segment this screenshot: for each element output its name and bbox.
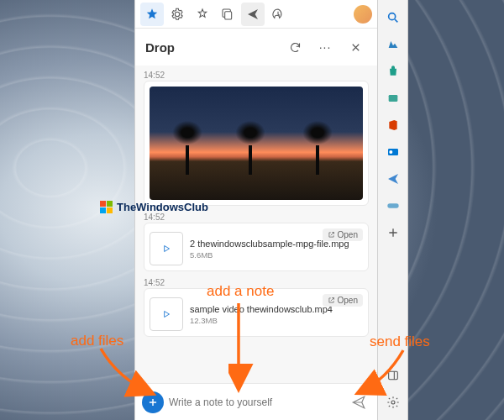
more-button[interactable]: ··· <box>313 35 337 59</box>
add-sidebar-icon[interactable] <box>384 223 402 242</box>
timestamp: 14:52 <box>144 276 369 288</box>
timestamp: 14:52 <box>144 69 369 81</box>
note-input[interactable] <box>169 396 342 408</box>
games-icon[interactable] <box>384 197 402 215</box>
svg-point-6 <box>391 401 395 404</box>
svg-point-4 <box>389 150 392 154</box>
settings-icon[interactable] <box>165 3 189 26</box>
drop-feed: 14:52 Open 14:52 Open 2 thewindowsclubsa… <box>135 66 377 383</box>
open-button[interactable]: Open <box>323 228 363 241</box>
discover-icon[interactable] <box>384 35 402 54</box>
refresh-button[interactable] <box>283 35 307 59</box>
panel-header: Drop ··· <box>135 29 377 66</box>
svg-point-1 <box>388 13 395 20</box>
image-preview <box>150 87 363 200</box>
collections-icon[interactable] <box>191 3 214 26</box>
brand-watermark: TheWindowsClub <box>100 201 208 213</box>
settings-sidebar-icon[interactable] <box>384 393 402 412</box>
tools-icon[interactable] <box>384 89 402 108</box>
send-button[interactable] <box>347 391 370 414</box>
video-thumb-icon <box>150 232 183 265</box>
image-card[interactable]: Open <box>144 81 369 206</box>
file-card[interactable]: Open 2 thewindowsclubsample-mpg-file.mpg… <box>144 223 369 271</box>
search-icon[interactable] <box>384 8 402 27</box>
outlook-icon[interactable] <box>384 143 402 161</box>
file-card[interactable]: Open sample video thewindowsclub.mp4 12.… <box>144 288 369 337</box>
sidebar-toggle-icon[interactable] <box>384 366 402 385</box>
file-size: 12.3MB <box>190 316 363 325</box>
copy-icon[interactable] <box>216 3 239 26</box>
video-thumb-icon <box>150 297 183 331</box>
favorites-icon[interactable] <box>140 3 164 26</box>
add-files-button[interactable] <box>142 391 164 413</box>
svg-rect-2 <box>388 95 397 102</box>
performance-icon[interactable] <box>266 3 290 26</box>
top-toolbar <box>135 0 377 29</box>
close-button[interactable] <box>344 35 367 59</box>
send-toolbar-icon[interactable] <box>241 3 265 26</box>
shopping-icon[interactable] <box>384 62 402 81</box>
file-size: 5.6MB <box>190 250 363 260</box>
edge-sidebar <box>378 0 408 420</box>
profile-avatar[interactable] <box>354 5 372 24</box>
input-bar <box>135 383 377 420</box>
svg-rect-0 <box>225 11 232 18</box>
drop-icon[interactable] <box>384 170 402 188</box>
open-button[interactable]: Open <box>323 294 363 307</box>
panel-title: Drop <box>145 40 276 55</box>
svg-rect-5 <box>388 371 397 379</box>
office-icon[interactable] <box>384 116 402 134</box>
